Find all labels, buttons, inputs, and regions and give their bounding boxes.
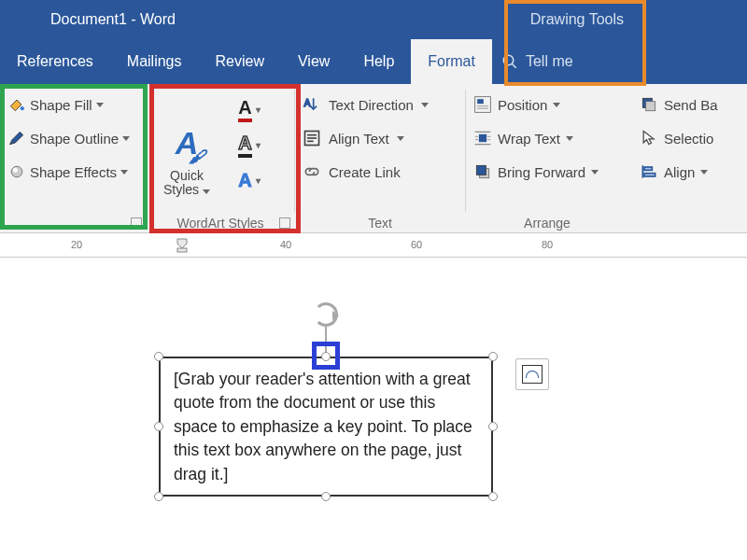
layout-options-button[interactable]: [515, 358, 549, 390]
resize-handle-sw[interactable]: [154, 492, 163, 501]
svg-rect-24: [646, 102, 655, 111]
resize-handle-se[interactable]: [488, 492, 498, 501]
resize-handle-nw[interactable]: [154, 352, 163, 361]
effects-icon: [7, 162, 26, 181]
shape-fill-label: Shape Fill: [30, 97, 92, 113]
selection-pane-button[interactable]: Selectio: [636, 121, 740, 155]
pen-icon: [7, 129, 26, 147]
svg-marker-28: [177, 239, 187, 248]
tab-review[interactable]: Review: [199, 39, 281, 84]
layout-options-icon: [522, 365, 543, 384]
text-direction-label: Text Direction: [329, 97, 414, 113]
text-direction-icon: A: [303, 95, 321, 114]
quick-styles-label: QuickStyles: [163, 169, 210, 198]
group-title-wordart: WordArt Styles: [147, 216, 294, 231]
create-link-label: Create Link: [329, 164, 401, 180]
create-link-button[interactable]: Create Link: [303, 155, 458, 189]
chevron-down-icon: [120, 170, 128, 175]
group-shape-styles: Shape Fill Shape Outline Shape Effects: [0, 84, 146, 232]
align-text-button[interactable]: Align Text: [303, 121, 458, 155]
resize-handle-e[interactable]: [488, 422, 498, 431]
group-arrange-continued: Send Ba Selectio Align: [628, 84, 747, 232]
align-button[interactable]: Align: [636, 155, 740, 189]
wrap-text-label: Wrap Text: [498, 131, 560, 147]
shape-effects-label: Shape Effects: [30, 164, 117, 180]
position-label: Position: [498, 97, 547, 113]
contextual-tab-label: Drawing Tools: [514, 0, 641, 39]
align-label: Align: [664, 164, 695, 180]
group-title-arrange: Arrange: [466, 216, 628, 231]
chevron-down-icon: [566, 136, 573, 141]
text-fill-button[interactable]: A▾: [229, 95, 270, 123]
shape-outline-label: Shape Outline: [30, 131, 119, 147]
svg-text:A: A: [304, 98, 311, 108]
document-canvas[interactable]: [Grab your reader's attention with a gre…: [0, 258, 747, 560]
send-backward-label: Send Ba: [664, 97, 718, 113]
align-text-icon: [303, 129, 321, 147]
tab-mailings[interactable]: Mailings: [110, 39, 199, 84]
resize-handle-ne[interactable]: [488, 352, 498, 361]
textbox-selection[interactable]: [Grab your reader's attention with a gre…: [159, 357, 493, 497]
svg-rect-22: [476, 165, 486, 175]
group-wordart-styles: A🖌 QuickStyles A▾ A▾ A▾ WordArt Styles: [147, 84, 294, 232]
horizontal-ruler[interactable]: 20 40 60 80: [0, 233, 747, 258]
ruler-mark-60: 60: [411, 239, 422, 250]
titlebar: Document1 - Word Drawing Tools: [0, 0, 747, 39]
text-outline-button[interactable]: A▾: [229, 131, 270, 159]
text-effects-button[interactable]: A▾: [229, 166, 270, 194]
link-icon: [303, 162, 321, 181]
align-text-label: Align Text: [329, 131, 389, 147]
ruler-mark-80: 80: [542, 239, 553, 250]
chevron-down-icon: [700, 170, 708, 175]
position-button[interactable]: Position: [473, 88, 621, 121]
ribbon: Shape Fill Shape Outline Shape Effects A…: [0, 84, 747, 233]
resize-handle-n[interactable]: [321, 352, 331, 361]
group-text: A Text Direction Align Text Create Link …: [295, 84, 465, 232]
svg-point-0: [503, 55, 514, 65]
svg-rect-27: [644, 174, 655, 176]
svg-line-1: [512, 63, 516, 68]
send-backward-button[interactable]: Send Ba: [636, 88, 740, 121]
resize-handle-s[interactable]: [321, 492, 331, 501]
group-title-text: Text: [295, 216, 465, 231]
svg-rect-11: [477, 99, 484, 104]
align-icon: [640, 162, 658, 181]
chevron-down-icon: [96, 103, 104, 107]
resize-handle-w[interactable]: [154, 422, 163, 431]
shape-fill-button[interactable]: Shape Fill: [7, 88, 138, 121]
bring-forward-button[interactable]: Bring Forward: [473, 155, 621, 189]
ruler-mark-40: 40: [280, 239, 291, 250]
chevron-down-icon: [122, 136, 130, 141]
text-direction-button[interactable]: A Text Direction: [303, 88, 458, 121]
chevron-down-icon: [553, 103, 560, 107]
tab-references[interactable]: References: [0, 39, 110, 84]
ribbon-tabs: References Mailings Review View Help For…: [0, 39, 747, 84]
bring-forward-label: Bring Forward: [498, 164, 585, 180]
svg-point-2: [21, 106, 24, 110]
ruler-mark-20: 20: [71, 239, 82, 250]
shape-outline-button[interactable]: Shape Outline: [7, 121, 138, 155]
wordart-launcher[interactable]: [279, 217, 290, 229]
quick-styles-button[interactable]: A🖌 QuickStyles: [154, 88, 219, 231]
chevron-down-icon: [397, 136, 404, 141]
quick-styles-icon: A🖌: [176, 125, 199, 161]
bring-forward-icon: [473, 162, 492, 181]
shape-styles-launcher[interactable]: [131, 217, 142, 229]
tab-format[interactable]: Format: [411, 39, 492, 84]
wrap-text-button[interactable]: Wrap Text: [473, 121, 621, 155]
svg-rect-29: [177, 248, 187, 252]
rotate-handle[interactable]: [314, 302, 338, 327]
chevron-down-icon: [591, 170, 599, 175]
bucket-icon: [7, 95, 26, 114]
tell-me-search[interactable]: Tell me: [492, 39, 583, 84]
svg-rect-26: [644, 167, 652, 170]
tab-help[interactable]: Help: [346, 39, 411, 84]
svg-point-4: [13, 168, 18, 173]
selection-pane-icon: [640, 129, 658, 147]
svg-rect-14: [479, 134, 486, 142]
shape-effects-button[interactable]: Shape Effects: [7, 155, 138, 189]
search-icon: [501, 53, 518, 70]
tab-view[interactable]: View: [281, 39, 346, 84]
indent-marker[interactable]: [176, 237, 189, 254]
textbox-content[interactable]: [Grab your reader's attention with a gre…: [159, 357, 493, 497]
